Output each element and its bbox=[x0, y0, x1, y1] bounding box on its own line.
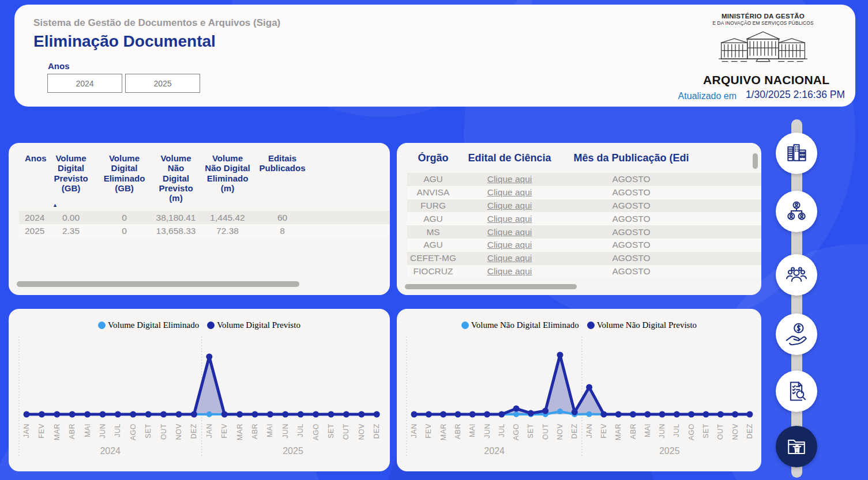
data-point[interactable] bbox=[328, 411, 335, 418]
month-label: MAI bbox=[266, 424, 274, 437]
data-point[interactable] bbox=[84, 411, 91, 418]
building-illustration-icon bbox=[707, 27, 820, 71]
data-point[interactable] bbox=[454, 411, 461, 418]
data-point[interactable] bbox=[267, 411, 273, 418]
data-point[interactable] bbox=[252, 411, 258, 418]
edital-link[interactable]: Clique aqui bbox=[459, 214, 560, 224]
data-point[interactable] bbox=[557, 352, 563, 358]
sidebar-item-buildings[interactable] bbox=[776, 133, 817, 174]
year-filter-2024[interactable]: 2024 bbox=[47, 74, 122, 93]
data-point[interactable] bbox=[587, 411, 592, 417]
sidebar-item-document-search[interactable] bbox=[776, 371, 817, 412]
data-point[interactable] bbox=[24, 411, 30, 418]
org-chart-icon bbox=[784, 199, 809, 224]
data-point[interactable] bbox=[100, 411, 106, 418]
data-point[interactable] bbox=[746, 411, 753, 418]
vertical-scrollbar[interactable] bbox=[753, 153, 758, 169]
data-point[interactable] bbox=[586, 384, 592, 391]
data-point[interactable] bbox=[440, 411, 446, 418]
data-point[interactable] bbox=[206, 411, 212, 417]
data-point[interactable] bbox=[469, 411, 476, 418]
data-point[interactable] bbox=[313, 411, 319, 418]
column-header[interactable]: Volume Não Digital Previsto (m) bbox=[151, 153, 201, 203]
logo-org-name: ARQUIVO NACIONAL bbox=[703, 73, 823, 87]
data-point[interactable] bbox=[484, 411, 490, 418]
data-point[interactable] bbox=[630, 411, 636, 418]
horizontal-scrollbar[interactable] bbox=[405, 284, 577, 289]
edital-link[interactable]: Clique aqui bbox=[459, 266, 560, 277]
sidebar-item-money-hand[interactable] bbox=[776, 313, 817, 355]
data-point[interactable] bbox=[542, 407, 548, 414]
column-header[interactable]: Órgão bbox=[407, 152, 459, 168]
line-chart-volume-digital[interactable]: JANFEVMARABRMAIJUNJULAGOSETOUTNOVDEZJANF… bbox=[9, 309, 390, 471]
table-cell: 72.38 bbox=[201, 226, 254, 236]
data-point[interactable] bbox=[513, 406, 520, 412]
data-point[interactable] bbox=[358, 411, 365, 418]
data-point[interactable] bbox=[130, 411, 136, 418]
data-point[interactable] bbox=[69, 411, 76, 418]
column-header[interactable]: Anos bbox=[19, 153, 44, 203]
sidebar-item-org-chart[interactable] bbox=[776, 191, 817, 232]
data-point[interactable] bbox=[411, 411, 418, 418]
data-point[interactable] bbox=[236, 411, 243, 418]
data-point[interactable] bbox=[145, 411, 152, 418]
horizontal-scrollbar[interactable] bbox=[17, 281, 299, 287]
month-label: AGO bbox=[687, 424, 696, 440]
data-point[interactable] bbox=[528, 410, 534, 417]
month-label: SET bbox=[702, 424, 710, 439]
column-header[interactable]: Mês da Publicação (Edi bbox=[560, 152, 702, 168]
data-point[interactable] bbox=[374, 411, 380, 418]
table-cell: AGOSTO bbox=[560, 187, 702, 198]
data-point[interactable] bbox=[498, 411, 505, 418]
updated-row: Atualizado em 1/30/2025 2:16:36 PM bbox=[678, 89, 847, 101]
data-point[interactable] bbox=[717, 411, 724, 418]
edital-link[interactable]: Clique aqui bbox=[459, 187, 560, 198]
month-label: SET bbox=[144, 424, 152, 439]
data-point[interactable] bbox=[674, 411, 680, 418]
data-point[interactable] bbox=[54, 411, 60, 418]
data-point[interactable] bbox=[688, 411, 694, 418]
edital-link[interactable]: Clique aqui bbox=[459, 240, 560, 250]
sidebar-item-folder-trash[interactable] bbox=[776, 426, 817, 467]
column-header[interactable]: Edital de Ciência bbox=[459, 152, 560, 168]
column-header[interactable]: Volume Digital Eliminado (GB) bbox=[97, 153, 151, 203]
data-point[interactable] bbox=[298, 411, 304, 418]
data-point[interactable] bbox=[206, 354, 212, 360]
data-point[interactable] bbox=[176, 411, 182, 418]
month-label: FEV bbox=[424, 424, 433, 439]
data-point[interactable] bbox=[282, 411, 288, 418]
column-header[interactable]: Editais Publicados bbox=[254, 153, 310, 203]
edital-link[interactable]: Clique aqui bbox=[459, 227, 560, 237]
data-point[interactable] bbox=[600, 411, 607, 418]
data-point[interactable] bbox=[160, 411, 167, 418]
column-header[interactable]: Volume Digital Previsto (GB) bbox=[44, 153, 97, 203]
data-point[interactable] bbox=[191, 411, 197, 418]
table-row: FURGClique aquiAGOSTO bbox=[407, 199, 761, 213]
legend-label: Volume Não Digital Eliminado bbox=[471, 320, 579, 330]
data-point[interactable] bbox=[115, 411, 121, 418]
edital-link[interactable]: Clique aqui bbox=[459, 201, 560, 211]
chart-card-volume-nao-digital: Volume Não Digital Eliminado Volume Não … bbox=[397, 309, 761, 471]
sort-ascending-icon[interactable]: ▲ bbox=[52, 202, 58, 208]
data-point[interactable] bbox=[557, 409, 563, 414]
sidebar-item-people-group[interactable] bbox=[776, 254, 817, 296]
data-point[interactable] bbox=[644, 411, 651, 418]
line-chart-volume-nao-digital[interactable]: JANFEVMARABRMAIJUNJULAGOSETOUTNOVDEZJANF… bbox=[397, 309, 761, 471]
data-point[interactable] bbox=[659, 411, 666, 418]
edital-link[interactable]: Clique aqui bbox=[459, 174, 560, 184]
updated-timestamp: 1/30/2025 2:16:36 PM bbox=[743, 89, 847, 100]
table-cell: 8 bbox=[254, 226, 310, 236]
data-point[interactable] bbox=[572, 409, 578, 415]
column-header[interactable]: Volume Não Digital Eliminado (m) bbox=[201, 153, 254, 203]
edital-link[interactable]: Clique aqui bbox=[459, 253, 560, 263]
data-point[interactable] bbox=[343, 411, 350, 418]
data-point[interactable] bbox=[39, 411, 45, 418]
data-point[interactable] bbox=[513, 411, 519, 417]
data-point[interactable] bbox=[615, 411, 622, 418]
data-point[interactable] bbox=[426, 411, 432, 418]
data-point[interactable] bbox=[732, 411, 738, 418]
data-point[interactable] bbox=[221, 411, 228, 418]
year-filter-2025[interactable]: 2025 bbox=[125, 74, 200, 93]
data-point[interactable] bbox=[703, 411, 709, 418]
month-label: MAI bbox=[644, 424, 652, 437]
